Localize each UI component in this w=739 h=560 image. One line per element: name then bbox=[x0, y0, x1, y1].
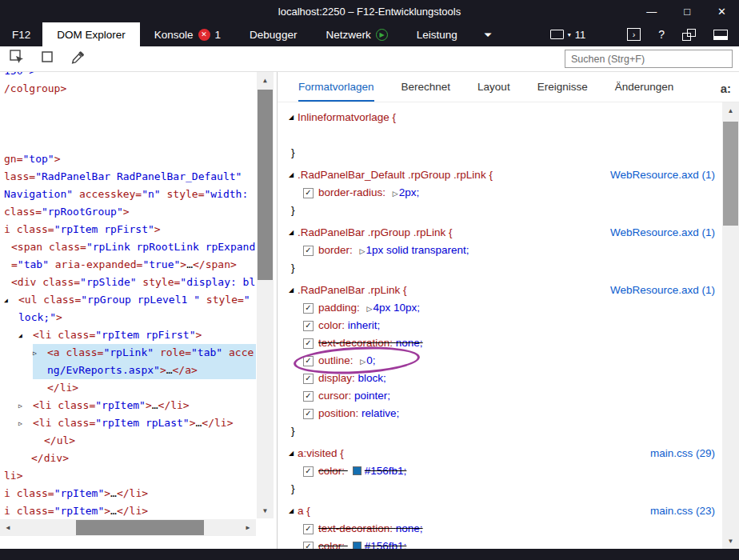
tab-leistung[interactable]: Leistung bbox=[402, 22, 472, 46]
property-checkbox[interactable]: ✓ bbox=[303, 391, 314, 402]
css-property-row[interactable]: ✓cursor: pointer; bbox=[303, 387, 721, 405]
styles-vertical-scrollbar[interactable]: ▲ ▼ bbox=[722, 102, 739, 549]
property-name[interactable]: border: bbox=[318, 244, 353, 256]
dom-tree-line[interactable] bbox=[0, 133, 256, 150]
dom-tree-line[interactable]: ng/EvReports.aspx">…</a> bbox=[0, 362, 256, 379]
stylesheet-link[interactable]: WebResource.axd (1) bbox=[610, 224, 715, 242]
property-name[interactable]: border-radius: bbox=[318, 186, 385, 198]
css-property-row[interactable]: ✓border: ▷1px solid transparent; bbox=[303, 242, 721, 259]
property-value[interactable]: 2px; bbox=[399, 186, 420, 198]
css-property-row[interactable]: ✓position: relative; bbox=[303, 405, 721, 422]
property-checkbox[interactable]: ✓ bbox=[303, 246, 314, 256]
select-element-icon[interactable] bbox=[10, 50, 25, 68]
maximize-icon[interactable]: □ bbox=[684, 6, 690, 18]
css-selector[interactable]: .RadPanelBar .rpGroup .rpLink { bbox=[298, 224, 453, 242]
rule-expander-icon[interactable]: ◢ bbox=[289, 502, 298, 520]
scroll-right-icon[interactable]: ▶ bbox=[240, 519, 256, 536]
css-property-row[interactable]: ✓padding: ▷4px 10px; bbox=[303, 299, 721, 317]
css-property-row[interactable]: ✓outline: ▷0; bbox=[303, 352, 721, 370]
dom-tree-line[interactable]: <span class="rpLink rpRootLink rpExpand bbox=[0, 238, 256, 256]
dom-tree-line[interactable]: ▷<li class="rpItem">…</li> bbox=[0, 397, 256, 414]
property-checkbox[interactable]: ✓ bbox=[303, 466, 314, 477]
tree-collapsed-icon[interactable]: ▷ bbox=[18, 398, 33, 415]
rule-expander-icon[interactable]: ◢ bbox=[289, 109, 298, 126]
value-expander-icon[interactable]: ▷ bbox=[360, 358, 366, 366]
stylesheet-link[interactable]: WebResource.axd (1) bbox=[610, 282, 715, 299]
stylesheet-link[interactable]: main.css (23) bbox=[650, 502, 715, 520]
dock-bottom-icon[interactable] bbox=[713, 30, 728, 40]
scrollbar-thumb[interactable] bbox=[76, 520, 204, 535]
property-name[interactable]: color: bbox=[318, 319, 345, 331]
highlight-elements-icon[interactable] bbox=[41, 50, 54, 67]
property-name[interactable]: color: bbox=[318, 465, 345, 477]
scroll-up-icon[interactable]: ▲ bbox=[257, 72, 274, 88]
dom-tree-line[interactable]: class="rpRootGroup"> bbox=[0, 203, 256, 221]
tree-collapsed-icon[interactable]: ▷ bbox=[18, 415, 33, 433]
tree-expanded-icon[interactable]: ◢ bbox=[18, 327, 33, 345]
color-picker-icon[interactable] bbox=[70, 50, 85, 68]
dom-tree-line[interactable]: <div class="rpSlide" style="display: bl bbox=[0, 274, 256, 291]
dom-tree-line[interactable]: lass="RadPanelBar RadPanelBar_Default" bbox=[0, 168, 256, 186]
tab-ereignisse[interactable]: Ereignisse bbox=[537, 72, 588, 102]
rule-expander-icon[interactable]: ◢ bbox=[289, 282, 298, 299]
value-expander-icon[interactable]: ▷ bbox=[393, 190, 398, 198]
property-checkbox[interactable]: ✓ bbox=[303, 374, 314, 384]
property-checkbox[interactable]: ✓ bbox=[303, 303, 314, 314]
property-name[interactable]: position: bbox=[318, 407, 358, 419]
tab-aenderungen[interactable]: Änderungen bbox=[615, 72, 674, 102]
property-value[interactable]: 4px 10px; bbox=[373, 302, 421, 314]
dom-tree-line[interactable]: lock;"> bbox=[0, 309, 256, 326]
property-value[interactable]: block; bbox=[358, 372, 386, 384]
dom-tree-line[interactable] bbox=[0, 115, 256, 133]
dom-tree-line[interactable]: ="tab" aria-expanded="true">…</span> bbox=[0, 256, 256, 274]
property-checkbox[interactable]: ✓ bbox=[303, 524, 314, 534]
property-value[interactable]: #156fb1; bbox=[365, 465, 407, 477]
stylesheet-link[interactable]: WebResource.axd (1) bbox=[610, 166, 715, 184]
value-expander-icon[interactable]: ▷ bbox=[367, 305, 373, 313]
css-selector[interactable]: Inlineformatvorlage { bbox=[298, 109, 396, 126]
property-checkbox[interactable]: ✓ bbox=[303, 321, 314, 331]
css-selector[interactable]: .RadPanelBar .rpLink { bbox=[298, 282, 407, 299]
pseudo-class-button[interactable]: a: bbox=[721, 82, 731, 95]
tab-berechnet[interactable]: Berechnet bbox=[401, 72, 451, 102]
dom-tree-line[interactable]: Navigation" accesskey="n" style="width: bbox=[0, 186, 256, 203]
property-value[interactable]: inherit; bbox=[348, 319, 381, 331]
color-swatch[interactable] bbox=[353, 466, 362, 475]
css-property-row[interactable]: ✓border-radius: ▷2px; bbox=[303, 184, 721, 202]
rule-expander-icon[interactable]: ◢ bbox=[289, 224, 298, 242]
help-button[interactable]: ? bbox=[658, 28, 665, 41]
css-selector[interactable]: a { bbox=[298, 502, 310, 520]
css-property-row[interactable]: ✓text-decoration: none; bbox=[303, 334, 721, 352]
dom-tree-line[interactable]: i class="rpItem">…</li> bbox=[0, 502, 256, 518]
property-checkbox[interactable]: ✓ bbox=[303, 409, 314, 419]
value-expander-icon[interactable]: ▷ bbox=[360, 247, 366, 255]
dom-tree-line[interactable]: ▷<a class="rpLink" role="tab" acce bbox=[0, 344, 256, 362]
tab-konsole[interactable]: Konsole ✕ 1 bbox=[140, 22, 235, 46]
property-checkbox[interactable]: ✓ bbox=[303, 338, 314, 349]
rule-expander-icon[interactable]: ◢ bbox=[289, 166, 298, 184]
property-checkbox[interactable]: ✓ bbox=[303, 356, 314, 366]
debug-target-button[interactable]: ▾ 11 bbox=[550, 29, 586, 41]
f12-menu-button[interactable]: F12 bbox=[0, 22, 42, 46]
tab-netzwerk[interactable]: Netzwerk ▶ bbox=[311, 22, 401, 46]
scrollbar-thumb[interactable] bbox=[723, 122, 738, 226]
css-property-row[interactable]: ✓text-decoration: none; bbox=[303, 520, 721, 538]
property-name[interactable]: color: bbox=[318, 540, 345, 549]
dom-tree-line[interactable]: </div> bbox=[0, 450, 256, 467]
color-swatch[interactable] bbox=[353, 542, 362, 549]
dom-tree-horizontal-scrollbar[interactable]: ◀ ▶ bbox=[0, 519, 256, 536]
minimize-icon[interactable]: — bbox=[646, 6, 657, 18]
dom-tree-line[interactable]: ◢<li class="rpItem rpFirst"> bbox=[0, 326, 256, 344]
tab-formatvorlagen[interactable]: Formatvorlagen bbox=[298, 72, 374, 102]
dom-tree-line[interactable]: 150"> bbox=[0, 72, 256, 80]
tree-expanded-icon[interactable]: ◢ bbox=[4, 292, 18, 310]
close-icon[interactable]: ✕ bbox=[717, 6, 726, 18]
tree-collapsed-icon[interactable]: ▷ bbox=[33, 345, 47, 362]
dom-tree-line[interactable]: /colgroup> bbox=[0, 80, 256, 98]
css-property-row[interactable]: ✓color: inherit; bbox=[303, 317, 721, 334]
property-name[interactable]: padding: bbox=[318, 302, 360, 314]
scrollbar-thumb[interactable] bbox=[258, 90, 273, 280]
open-console-icon[interactable]: › bbox=[627, 28, 641, 41]
property-value[interactable]: pointer; bbox=[354, 390, 390, 402]
dom-tree-vertical-scrollbar[interactable]: ▲ ▼ bbox=[257, 72, 274, 518]
